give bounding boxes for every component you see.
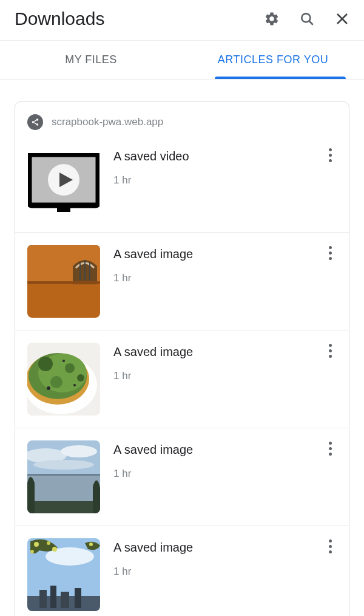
source-label: scrapbook-pwa.web.app <box>52 116 163 128</box>
svg-point-30 <box>61 445 97 457</box>
search-icon <box>299 11 315 27</box>
item-title: A saved image <box>113 443 321 457</box>
gear-icon <box>264 11 280 27</box>
item-info: A saved image 1 hr <box>100 440 321 480</box>
header: Downloads <box>0 0 364 41</box>
svg-rect-32 <box>27 474 100 501</box>
svg-rect-40 <box>61 592 69 608</box>
svg-line-1 <box>309 21 313 25</box>
list-item[interactable]: A saved image 1 hr <box>15 233 349 330</box>
svg-point-27 <box>73 384 76 386</box>
item-info: A saved video 1 hr <box>100 147 321 187</box>
svg-point-5 <box>32 121 35 123</box>
source-row: scrapbook-pwa.web.app <box>15 102 349 135</box>
item-title: A saved image <box>113 247 321 261</box>
list-item[interactable]: A saved image 1 hr <box>15 526 349 616</box>
svg-rect-34 <box>27 501 100 513</box>
svg-rect-8 <box>57 205 70 212</box>
content: scrapbook-pwa.web.app A saved video 1 hr <box>0 80 364 616</box>
tabs: MY FILES ARTICLES FOR YOU <box>0 41 364 80</box>
svg-point-26 <box>62 360 65 362</box>
item-time: 1 hr <box>113 370 321 382</box>
svg-point-31 <box>33 460 94 470</box>
thumbnail-image <box>27 343 100 416</box>
more-button[interactable] <box>321 245 339 260</box>
list-item[interactable]: A saved video 1 hr <box>15 135 349 233</box>
more-vertical-icon <box>329 246 332 260</box>
svg-point-4 <box>36 118 39 121</box>
svg-point-0 <box>302 13 310 22</box>
more-button[interactable] <box>321 538 339 553</box>
item-time: 1 hr <box>113 566 321 578</box>
svg-rect-41 <box>75 588 81 608</box>
item-info: A saved image 1 hr <box>100 245 321 284</box>
item-info: A saved image 1 hr <box>100 538 321 578</box>
source-card: scrapbook-pwa.web.app A saved video 1 hr <box>15 101 349 616</box>
item-time: 1 hr <box>113 174 321 187</box>
share-icon <box>27 114 43 130</box>
thumbnail-video <box>27 147 100 220</box>
more-button[interactable] <box>321 147 339 162</box>
svg-rect-15 <box>27 281 100 284</box>
list-item[interactable]: A saved image 1 hr <box>15 428 349 526</box>
more-vertical-icon <box>329 148 332 162</box>
item-title: A saved video <box>113 149 321 163</box>
svg-point-6 <box>36 123 39 126</box>
more-vertical-icon <box>329 539 332 553</box>
more-button[interactable] <box>321 343 339 358</box>
svg-rect-33 <box>27 474 100 476</box>
item-title: A saved image <box>113 541 321 555</box>
svg-point-46 <box>89 542 93 546</box>
list-item[interactable]: A saved image 1 hr <box>15 330 349 428</box>
thumbnail-image <box>27 245 100 318</box>
svg-point-22 <box>65 363 75 373</box>
item-time: 1 hr <box>113 272 321 284</box>
tab-articles-for-you[interactable]: ARTICLES FOR YOU <box>182 41 364 79</box>
svg-point-21 <box>38 357 53 371</box>
search-button[interactable] <box>298 10 315 27</box>
more-vertical-icon <box>329 442 332 456</box>
more-button[interactable] <box>321 440 339 456</box>
thumbnail-image <box>27 440 100 513</box>
svg-point-45 <box>30 550 34 553</box>
header-actions <box>263 10 351 27</box>
thumbnail-image <box>27 538 100 611</box>
item-title: A saved image <box>113 345 321 359</box>
svg-point-44 <box>52 547 57 552</box>
tab-my-files[interactable]: MY FILES <box>0 41 182 79</box>
svg-point-43 <box>47 541 50 545</box>
svg-point-24 <box>77 374 84 382</box>
svg-point-25 <box>47 386 50 390</box>
svg-point-23 <box>50 376 62 388</box>
svg-point-42 <box>34 542 39 547</box>
settings-button[interactable] <box>263 10 280 27</box>
item-info: A saved image 1 hr <box>100 343 321 382</box>
more-vertical-icon <box>329 344 332 358</box>
page-title: Downloads <box>15 9 104 29</box>
svg-rect-39 <box>50 586 56 608</box>
item-time: 1 hr <box>113 468 321 480</box>
close-button[interactable] <box>334 10 351 27</box>
close-icon <box>335 12 349 26</box>
svg-rect-38 <box>39 590 47 608</box>
